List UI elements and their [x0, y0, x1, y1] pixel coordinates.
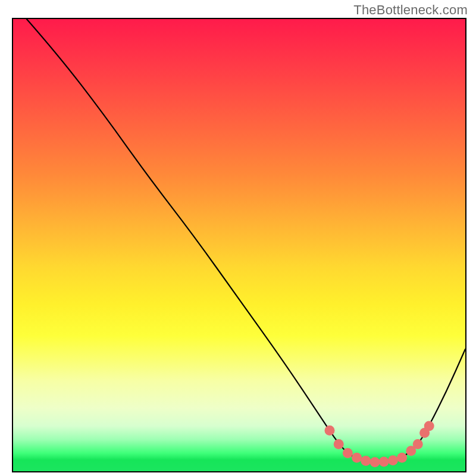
bottleneck-curve-line [27, 19, 465, 462]
highlight-marker [413, 439, 423, 449]
highlight-marker [352, 453, 362, 463]
chart-svg [13, 19, 465, 471]
watermark-label: TheBottleneck.com [353, 2, 468, 18]
highlight-marker [325, 425, 335, 436]
highlight-marker [379, 457, 389, 467]
highlight-marker [343, 448, 353, 458]
highlight-marker [334, 439, 344, 449]
highlight-markers-group [325, 421, 434, 468]
plot-frame [12, 18, 466, 472]
highlight-marker [424, 421, 434, 431]
highlight-marker [361, 456, 371, 466]
highlight-marker [370, 457, 380, 467]
highlight-marker [397, 453, 407, 463]
highlight-marker [388, 455, 398, 465]
chart-container: TheBottleneck.com [0, 0, 476, 476]
